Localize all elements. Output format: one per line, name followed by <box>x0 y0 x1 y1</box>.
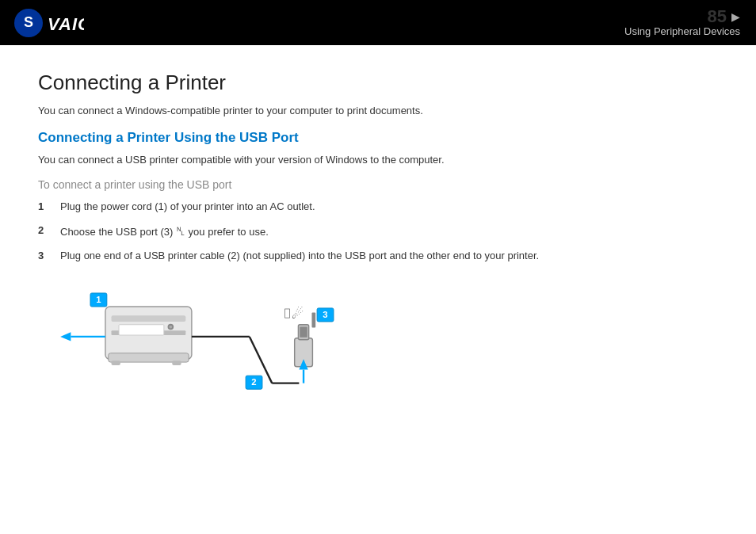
svg-marker-15 <box>60 332 71 341</box>
svg-rect-10 <box>112 360 120 365</box>
svg-text:⌷: ⌷ <box>284 306 291 319</box>
step-2: 2 Choose the USB port (3) ␤ you prefer t… <box>38 223 718 241</box>
svg-text:2: 2 <box>251 377 256 387</box>
vaio-logo: S VAIO <box>13 6 84 40</box>
svg-text:1: 1 <box>96 295 101 304</box>
header: S VAIO 85 ▶ Using Peripheral Devices <box>0 0 756 45</box>
diagram: 1 <box>38 278 371 421</box>
svg-rect-8 <box>119 324 164 334</box>
sub-intro: You can connect a USB printer compatible… <box>38 152 718 168</box>
svg-text:☄: ☄ <box>292 307 304 322</box>
svg-text:S: S <box>24 14 33 30</box>
usb-icon: ␤ <box>176 224 185 238</box>
nav-arrow: ▶ <box>731 10 740 23</box>
step-1: 1 Plug the power cord (1) of your printe… <box>38 199 718 215</box>
step-1-text: Plug the power cord (1) of your printer … <box>60 199 718 215</box>
svg-text:3: 3 <box>323 310 327 319</box>
svg-rect-23 <box>300 326 307 337</box>
svg-rect-11 <box>172 360 181 365</box>
svg-rect-6 <box>112 315 186 322</box>
main-content: Connecting a Printer You can connect a W… <box>0 45 756 440</box>
main-heading: Connecting a Printer <box>38 71 718 95</box>
svg-point-13 <box>169 325 172 328</box>
step-1-num: 1 <box>38 199 60 215</box>
header-title: Using Peripheral Devices <box>624 25 740 37</box>
step-2-num: 2 <box>38 223 60 238</box>
step-3-text: Plug one end of a USB printer cable (2) … <box>60 248 718 264</box>
header-right: 85 ▶ Using Peripheral Devices <box>624 8 740 37</box>
diagram-svg: 1 <box>38 278 371 421</box>
blue-heading: Connecting a Printer Using the USB Port <box>38 130 718 146</box>
steps-list: 1 Plug the power cord (1) of your printe… <box>38 199 718 264</box>
step-2-text: Choose the USB port (3) ␤ you prefer to … <box>60 223 718 241</box>
svg-text:VAIO: VAIO <box>48 14 84 34</box>
svg-rect-27 <box>311 312 315 327</box>
step-3-num: 3 <box>38 248 60 264</box>
page-number: 85 <box>708 8 727 25</box>
step-3: 3 Plug one end of a USB printer cable (2… <box>38 248 718 264</box>
gray-heading: To connect a printer using the USB port <box>38 178 718 191</box>
intro-text: You can connect a Windows-compatible pri… <box>38 103 718 119</box>
logo-svg: S VAIO <box>13 6 84 40</box>
